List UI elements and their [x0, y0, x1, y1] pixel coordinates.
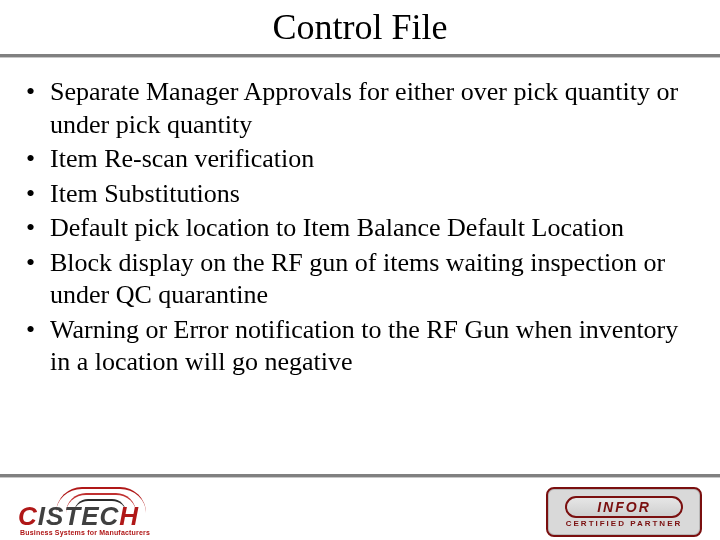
content-area: Separate Manager Approvals for either ov…	[0, 58, 720, 379]
cistech-tagline: Business Systems for Manufacturers	[20, 529, 150, 536]
list-item: Default pick location to Item Balance De…	[20, 212, 700, 245]
footer: CISTECH Business Systems for Manufacture…	[0, 474, 720, 540]
cistech-logo: CISTECH Business Systems for Manufacture…	[18, 489, 198, 535]
bullet-list: Separate Manager Approvals for either ov…	[20, 76, 700, 379]
infor-pill-icon: INFOR	[565, 496, 683, 518]
title-area: Control File	[0, 0, 720, 58]
list-item: Item Substitutions	[20, 178, 700, 211]
infor-wordmark: INFOR	[597, 499, 651, 515]
list-item: Warning or Error notification to the RF …	[20, 314, 700, 379]
cistech-wordmark: CISTECH	[18, 501, 139, 532]
footer-inner: CISTECH Business Systems for Manufacture…	[0, 478, 720, 540]
list-item: Item Re-scan verification	[20, 143, 700, 176]
infor-partner-badge: INFOR CERTIFIED PARTNER	[546, 487, 702, 537]
list-item: Block display on the RF gun of items wai…	[20, 247, 700, 312]
certified-partner-label: CERTIFIED PARTNER	[566, 519, 683, 528]
list-item: Separate Manager Approvals for either ov…	[20, 76, 700, 141]
slide-title: Control File	[0, 6, 720, 48]
slide: Control File Separate Manager Approvals …	[0, 0, 720, 540]
